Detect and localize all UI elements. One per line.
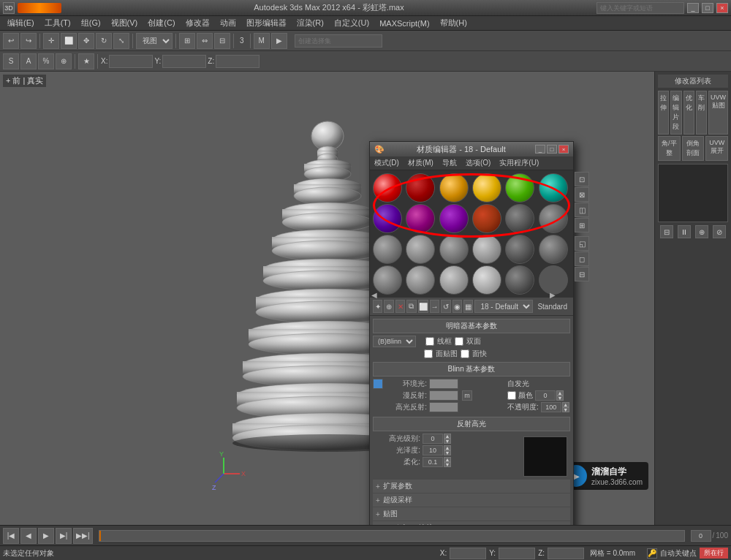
menu-graph-editors[interactable]: 图形编辑器 bbox=[242, 16, 291, 30]
snap-toggle-button[interactable]: S bbox=[3, 53, 19, 69]
mat-maximize-button[interactable]: □ bbox=[547, 145, 557, 154]
mat-tool-btn-5[interactable]: ◱ bbox=[575, 236, 589, 251]
mat-editor-title-bar[interactable]: 🎨 材质编辑器 - 18 - Default _ □ × bbox=[370, 142, 573, 156]
redo-button[interactable]: ↪ bbox=[20, 33, 37, 49]
menu-create[interactable]: 创建(C) bbox=[143, 16, 179, 30]
move-button[interactable]: ✥ bbox=[78, 33, 94, 49]
menu-help[interactable]: 帮助(H) bbox=[436, 16, 471, 30]
view-dropdown[interactable]: 视图 bbox=[136, 33, 173, 49]
close-button[interactable]: × bbox=[716, 3, 728, 13]
mat-scroll-left[interactable]: ◀ bbox=[371, 291, 377, 299]
mat-ball-18[interactable] bbox=[539, 235, 568, 264]
mat-ball-3[interactable] bbox=[439, 173, 469, 203]
ambient-lock[interactable] bbox=[373, 379, 383, 389]
mat-tb-show[interactable]: ◉ bbox=[452, 300, 462, 313]
selected-status-btn[interactable]: 所在行 bbox=[700, 548, 728, 559]
menu-maxscript[interactable]: MAXScript(M) bbox=[375, 18, 433, 29]
timeline-start-btn[interactable]: |◀ bbox=[3, 528, 19, 544]
select-button[interactable]: ✛ bbox=[43, 33, 59, 49]
z-coord-input[interactable] bbox=[216, 55, 260, 68]
mat-ball-2[interactable] bbox=[406, 173, 435, 203]
mat-tool-btn-4[interactable]: ⊞ bbox=[575, 218, 589, 232]
align-button[interactable]: ⊟ bbox=[214, 33, 230, 49]
mat-tb-pick[interactable]: ✦ bbox=[373, 300, 382, 313]
mat-scroll-right[interactable]: ▶ bbox=[550, 291, 556, 299]
mat-ball-15[interactable] bbox=[439, 235, 469, 264]
expand-maps[interactable]: + 贴图 bbox=[373, 507, 570, 521]
soften-down[interactable]: ▼ bbox=[444, 462, 451, 467]
percent-snap-button[interactable]: % bbox=[38, 53, 54, 69]
mat-menu-options[interactable]: 选项(O) bbox=[461, 156, 495, 170]
mat-ball-17[interactable] bbox=[505, 235, 534, 264]
gloss-input[interactable] bbox=[423, 445, 443, 455]
mirror-button[interactable]: ⇔ bbox=[197, 33, 213, 49]
mat-ball-9[interactable] bbox=[439, 204, 469, 233]
mat-ball-10[interactable] bbox=[472, 204, 501, 233]
mat-tb-assign[interactable]: → bbox=[430, 300, 439, 313]
mat-close-button[interactable]: × bbox=[558, 145, 569, 154]
select-region-button[interactable]: ⬜ bbox=[61, 33, 77, 49]
opacity-spin-down[interactable]: ▼ bbox=[562, 407, 569, 412]
selection-name-input[interactable] bbox=[295, 34, 382, 48]
undo-button[interactable]: ↩ bbox=[3, 33, 19, 49]
named-select-button[interactable]: ★ bbox=[78, 53, 94, 69]
mod-ctrl-1[interactable]: ⊟ bbox=[660, 225, 673, 238]
mat-ball-12[interactable] bbox=[539, 204, 568, 233]
mat-ball-13[interactable] bbox=[373, 235, 402, 264]
minimize-button[interactable]: _ bbox=[687, 3, 699, 13]
y-coord-input[interactable] bbox=[162, 55, 206, 68]
modifier-btn-optimize[interactable]: 优化 bbox=[683, 91, 694, 135]
timeline-slider[interactable] bbox=[99, 530, 685, 542]
spec-level-down[interactable]: ▼ bbox=[444, 439, 451, 444]
twosided-checkbox[interactable] bbox=[455, 337, 463, 346]
menu-render[interactable]: 渲染(R) bbox=[292, 16, 328, 30]
diffuse-map-btn[interactable]: m bbox=[462, 390, 472, 401]
expand-supersampling[interactable]: + 超级采样 bbox=[373, 493, 570, 507]
mat-ball-8[interactable] bbox=[406, 204, 435, 233]
mat-ball-4[interactable] bbox=[472, 173, 501, 203]
menu-group[interactable]: 组(G) bbox=[77, 16, 105, 30]
mat-tool-btn-2[interactable]: ⊠ bbox=[575, 187, 589, 202]
modifier-btn-uvwunwrap[interactable]: UVW 展开 bbox=[705, 136, 728, 161]
mat-ball-14[interactable] bbox=[406, 235, 435, 264]
mat-ball-7[interactable] bbox=[373, 204, 402, 233]
menu-view[interactable]: 视图(V) bbox=[107, 16, 143, 30]
rotate-button[interactable]: ↻ bbox=[96, 33, 112, 49]
mat-name-dropdown[interactable]: 18 - Default bbox=[474, 300, 533, 313]
maximize-button[interactable]: □ bbox=[702, 3, 713, 13]
angle-snap-button[interactable]: A bbox=[20, 53, 37, 69]
wire-checkbox[interactable] bbox=[425, 337, 434, 346]
layer-button[interactable]: ⊞ bbox=[179, 33, 195, 49]
modifier-btn-editmesh[interactable]: 编辑片段 bbox=[670, 91, 681, 135]
mat-menu-mode[interactable]: 模式(D) bbox=[370, 156, 404, 170]
modifier-btn-lathe[interactable]: 车削 bbox=[696, 91, 707, 135]
status-x-input[interactable] bbox=[450, 548, 486, 559]
mod-ctrl-4[interactable]: ⊘ bbox=[713, 225, 726, 238]
mat-tb-delete[interactable]: ✕ bbox=[395, 300, 405, 313]
mat-minimize-button[interactable]: _ bbox=[535, 145, 545, 154]
specular-swatch[interactable] bbox=[429, 402, 458, 412]
mat-tb-copy1[interactable]: ⧉ bbox=[406, 300, 416, 313]
expand-mentalray[interactable]: + mental ray 连接 bbox=[373, 521, 570, 525]
shader-dropdown[interactable]: (B)Blinn bbox=[373, 336, 416, 347]
menu-tools[interactable]: 工具(T) bbox=[40, 16, 75, 30]
gloss-up[interactable]: ▲ bbox=[444, 445, 451, 450]
current-frame-input[interactable] bbox=[691, 530, 711, 542]
mat-tb-reset[interactable]: ↺ bbox=[441, 300, 450, 313]
mat-ball-21[interactable] bbox=[439, 265, 469, 295]
timeline-play-btn[interactable]: ▶ bbox=[38, 528, 54, 544]
gloss-down[interactable]: ▼ bbox=[444, 450, 451, 455]
menu-animation[interactable]: 动画 bbox=[216, 16, 240, 30]
mat-ball-5[interactable] bbox=[505, 173, 534, 203]
mat-menu-material[interactable]: 材质(M) bbox=[404, 156, 438, 170]
faceted-checkbox[interactable] bbox=[461, 349, 469, 358]
mod-ctrl-2[interactable]: ⏸ bbox=[678, 225, 691, 238]
menu-customize[interactable]: 自定义(U) bbox=[330, 16, 374, 30]
mat-tool-btn-3[interactable]: ◫ bbox=[575, 203, 589, 217]
timeline-next-btn[interactable]: ▶| bbox=[56, 528, 72, 544]
mat-ball-1[interactable] bbox=[373, 173, 402, 203]
timeline-prev-btn[interactable]: ◀ bbox=[20, 528, 37, 544]
mat-ball-11[interactable] bbox=[505, 204, 534, 233]
spec-level-input[interactable] bbox=[423, 434, 443, 444]
mat-tb-bg[interactable]: ▦ bbox=[463, 300, 473, 313]
